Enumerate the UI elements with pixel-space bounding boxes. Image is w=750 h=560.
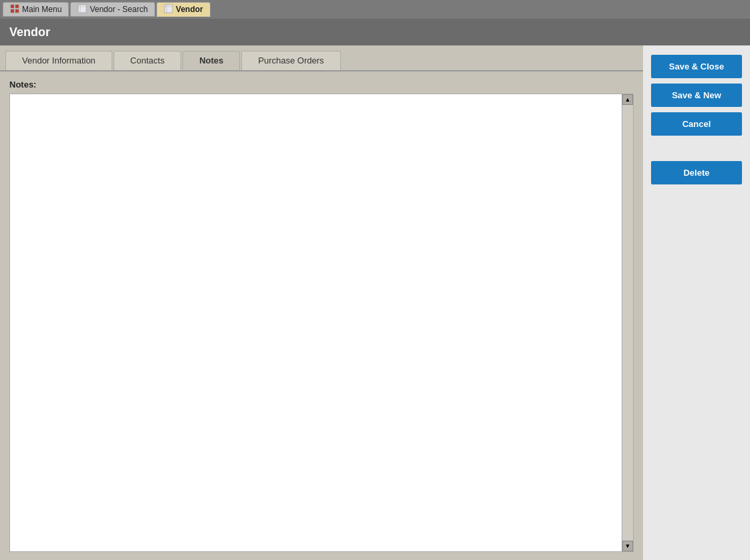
tab-notes[interactable]: Notes: [182, 51, 240, 70]
tab-purchase-orders[interactable]: Purchase Orders: [241, 51, 340, 70]
cancel-button[interactable]: Cancel: [651, 112, 742, 136]
tab-vendor-search-label: Vendor - Search: [90, 5, 148, 14]
save-new-button[interactable]: Save & New: [651, 84, 742, 107]
vendor-icon: [164, 4, 173, 15]
right-panel: Save & Close Save & New Cancel Delete: [643, 45, 750, 560]
tab-vendor[interactable]: Vendor: [156, 2, 211, 17]
app-header: Vendor: [0, 19, 750, 45]
notes-input[interactable]: [10, 94, 633, 551]
notes-section: Notes: ▲ ▼: [0, 72, 643, 560]
save-close-button[interactable]: Save & Close: [651, 55, 742, 78]
svg-rect-0: [11, 5, 14, 8]
form-tabs: Vendor Information Contacts Notes Purcha…: [0, 45, 643, 72]
scrollbar-up-button[interactable]: ▲: [622, 94, 633, 105]
tab-main-menu[interactable]: Main Menu: [3, 2, 69, 17]
main-content: Vendor Information Contacts Notes Purcha…: [0, 45, 750, 560]
notes-textarea-wrapper: ▲ ▼: [9, 94, 634, 552]
tab-vendor-label: Vendor: [176, 5, 203, 14]
window-tab-bar: Main Menu Vendor - Search Vendor: [0, 0, 750, 19]
tab-vendor-information[interactable]: Vendor Information: [5, 51, 112, 70]
tab-main-menu-label: Main Menu: [22, 5, 61, 14]
svg-rect-7: [164, 5, 172, 13]
svg-rect-2: [11, 9, 14, 13]
main-menu-icon: [10, 4, 19, 15]
svg-rect-4: [78, 5, 86, 13]
tab-contacts[interactable]: Contacts: [114, 51, 181, 70]
svg-rect-3: [15, 9, 19, 13]
svg-rect-1: [15, 5, 19, 8]
vendor-search-icon: [78, 4, 87, 15]
tab-vendor-search[interactable]: Vendor - Search: [70, 2, 155, 17]
app-title: Vendor: [9, 25, 50, 39]
delete-button[interactable]: Delete: [651, 161, 742, 184]
left-panel: Vendor Information Contacts Notes Purcha…: [0, 45, 643, 560]
notes-label: Notes:: [9, 80, 634, 90]
scrollbar-down-button[interactable]: ▼: [622, 541, 633, 551]
